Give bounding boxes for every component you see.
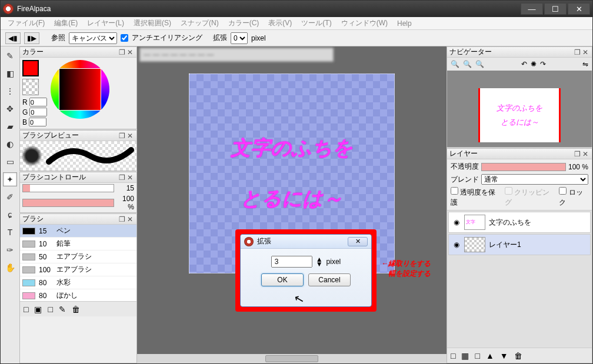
layer-list[interactable]: ◉文字のふちを◉レイヤー1 — [447, 211, 592, 348]
rotate-right-icon[interactable]: ↷ — [540, 60, 546, 68]
layer-item[interactable]: ◉文字のふちを — [448, 212, 591, 233]
rotate-left-icon[interactable]: ↶ — [521, 60, 527, 68]
flip-icon[interactable]: ⇋ — [582, 60, 588, 68]
menu-表示(V)[interactable]: 表示(V) — [265, 17, 295, 29]
spinner-down[interactable]: ▼ — [316, 262, 323, 266]
magic-wand-tool[interactable]: ✦ — [3, 172, 17, 186]
menu-レイヤー(L)[interactable]: レイヤー(L) — [84, 17, 128, 29]
footer-icon[interactable]: ▲ — [486, 351, 494, 360]
undock-icon[interactable]: ❐ — [118, 48, 126, 56]
zoom-fit-icon[interactable]: 🔍 — [475, 60, 484, 68]
annotation-highlight: 拡張 ✕ ▲▼ pixel OK Cancel — [235, 229, 377, 312]
visibility-icon[interactable]: ◉ — [452, 218, 461, 226]
ok-button[interactable]: OK — [261, 273, 304, 286]
footer-icon[interactable]: □ — [451, 351, 455, 360]
select-pen-tool[interactable]: ✐ — [3, 190, 17, 204]
background-swatch[interactable] — [22, 79, 39, 95]
brush-opacity-slider[interactable] — [22, 199, 114, 207]
brush-row[interactable]: 15ペン — [20, 225, 136, 238]
menu-ウィンドウ(W)[interactable]: ウィンドウ(W) — [338, 17, 391, 29]
brush-row[interactable]: 50エアブラシ — [20, 251, 136, 263]
visibility-icon[interactable]: ◉ — [452, 241, 461, 249]
menu-ツール(T)[interactable]: ツール(T) — [298, 17, 335, 29]
opacity-label: 不透明度 — [451, 162, 479, 172]
close-icon[interactable]: ✕ — [126, 132, 134, 140]
footer-icon[interactable]: ▼ — [500, 351, 508, 360]
document-tab[interactable]: — — — — — — — — — [139, 48, 334, 62]
footer-icon[interactable]: □ — [48, 305, 52, 314]
dialog-close-button[interactable]: ✕ — [348, 237, 368, 246]
menu-カラー(C)[interactable]: カラー(C) — [225, 17, 263, 29]
layer-opacity-slider[interactable] — [481, 163, 566, 171]
nav-back-button[interactable]: ◀▮ — [5, 32, 21, 44]
layer-panel-title: レイヤー — [449, 149, 478, 159]
undock-icon[interactable]: ❐ — [118, 215, 126, 223]
rotate-reset-icon[interactable]: ✺ — [531, 60, 537, 68]
footer-icon[interactable]: ▣ — [34, 305, 42, 314]
brush-control-panel: ブラシコントロール ❐✕ 15 100 % — [19, 172, 137, 213]
brush-opacity-value: 100 % — [116, 195, 134, 211]
brush-preview-panel: ブラシプレビュー ❐✕ — [19, 130, 137, 171]
move-tool[interactable]: ✥ — [3, 102, 17, 116]
cancel-button[interactable]: Cancel — [308, 273, 351, 286]
close-icon[interactable]: ✕ — [126, 215, 134, 223]
zoom-out-icon[interactable]: 🔍 — [463, 60, 472, 68]
menu-ファイル(F)[interactable]: ファイル(F) — [4, 17, 48, 29]
menu-編集(E)[interactable]: 編集(E) — [51, 17, 81, 29]
brush-size-slider[interactable] — [22, 184, 114, 192]
text-tool[interactable]: T — [3, 225, 17, 239]
antialias-checkbox[interactable] — [121, 34, 128, 42]
brush-row[interactable]: 80水彩 — [20, 276, 136, 289]
menu-Help[interactable]: Help — [394, 18, 415, 29]
expand-unit: pixel — [251, 34, 266, 42]
foreground-swatch[interactable] — [22, 60, 39, 76]
maximize-button[interactable]: ☐ — [544, 3, 567, 15]
menu-スナップ(N)[interactable]: スナップ(N) — [177, 17, 222, 29]
brush-list[interactable]: 15ペン10鉛筆50エアブラシ100エアブラシ80水彩80ぼかし50指先 — [20, 225, 136, 301]
undock-icon[interactable]: ❐ — [118, 132, 126, 140]
footer-icon[interactable]: ✎ — [59, 305, 66, 314]
zoom-in-icon[interactable]: 🔍 — [451, 60, 459, 68]
color-wheel[interactable] — [51, 60, 109, 119]
undock-icon[interactable]: ❐ — [573, 48, 581, 56]
navigator-view[interactable]: 文字のふちを とるには～ — [447, 71, 592, 147]
expand-value-input[interactable] — [271, 256, 312, 268]
close-icon[interactable]: ✕ — [126, 173, 134, 182]
eraser-tool[interactable]: ◧ — [3, 66, 17, 81]
minimize-button[interactable]: — — [521, 3, 543, 15]
brush-row[interactable]: 100エアブラシ — [20, 263, 136, 276]
undock-icon[interactable]: ❐ — [118, 173, 126, 182]
close-button[interactable]: ✕ — [568, 3, 590, 15]
footer-icon[interactable]: □ — [475, 351, 479, 360]
footer-icon[interactable]: ▦ — [461, 351, 469, 360]
lasso-tool[interactable]: ɕ — [3, 208, 17, 222]
footer-icon[interactable]: 🗑 — [72, 305, 80, 314]
g-input[interactable] — [29, 108, 47, 116]
dot-tool[interactable]: ⋮ — [3, 84, 17, 98]
expand-select[interactable]: 0 — [231, 32, 248, 44]
b-input[interactable] — [29, 118, 46, 126]
undock-icon[interactable]: ❐ — [573, 150, 581, 158]
close-icon[interactable]: ✕ — [581, 48, 589, 56]
menu-選択範囲(S)[interactable]: 選択範囲(S) — [130, 17, 175, 29]
eyedropper-tool[interactable]: ✑ — [3, 243, 17, 257]
protect-alpha-checkbox[interactable] — [451, 187, 458, 195]
blend-select[interactable]: 通常 — [481, 174, 588, 185]
fill-tool[interactable]: ▰ — [3, 119, 17, 133]
close-icon[interactable]: ✕ — [126, 48, 134, 56]
layer-item[interactable]: ◉レイヤー1 — [448, 234, 591, 255]
close-icon[interactable]: ✕ — [581, 150, 589, 158]
brush-row[interactable]: 80ぼかし — [20, 289, 136, 301]
hand-tool[interactable]: ✋ — [3, 261, 17, 275]
brush-tool[interactable]: ✎ — [3, 49, 17, 63]
r-input[interactable] — [29, 98, 47, 106]
nav-fwd-button[interactable]: ▮▶ — [24, 32, 39, 44]
reference-select[interactable]: キャンバス — [69, 32, 117, 44]
brush-row[interactable]: 10鉛筆 — [20, 238, 136, 251]
footer-icon[interactable]: □ — [24, 305, 28, 314]
select-rect-tool[interactable]: ▭ — [3, 155, 17, 169]
footer-icon[interactable]: 🗑 — [514, 351, 522, 360]
horizontal-scrollbar[interactable] — [137, 354, 447, 363]
lock-checkbox[interactable] — [559, 187, 567, 195]
gradient-tool[interactable]: ◐ — [3, 137, 17, 151]
